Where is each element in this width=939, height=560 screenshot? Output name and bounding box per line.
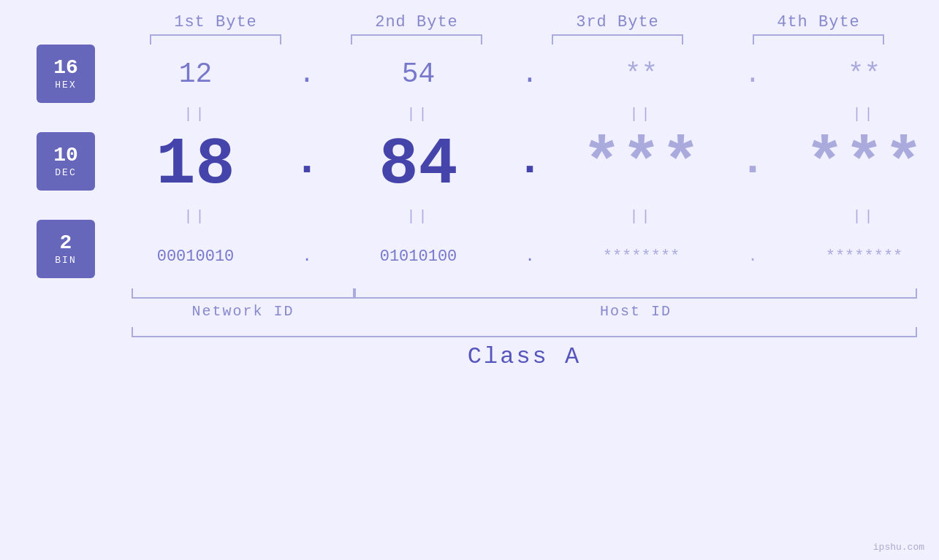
bracket-cell-3	[517, 34, 718, 45]
dec-b3-cell: ***	[541, 128, 742, 202]
bracket-2	[351, 34, 482, 45]
bin-row: 00010010 . 01010100 . ******** . *******…	[95, 227, 939, 285]
eq2-b3: ||	[541, 208, 742, 225]
bin-b4-value: ********	[826, 248, 903, 266]
bin-b3-cell: ********	[541, 248, 742, 266]
eq2-b2: ||	[318, 208, 519, 225]
hex-b3-cell: **	[541, 58, 742, 90]
bottom-brackets-row	[132, 288, 917, 299]
hex-row: 12 . 54 . ** . **	[95, 45, 939, 103]
bin-badge-label: BIN	[55, 255, 76, 266]
bracket-cell-4	[718, 34, 919, 45]
network-id-label: Network ID	[132, 303, 354, 320]
eq2-b1: ||	[95, 208, 296, 225]
bracket-cell-2	[316, 34, 517, 45]
eq2-b4: ||	[764, 208, 939, 225]
eq1-b3: ||	[541, 106, 742, 123]
id-labels-row: Network ID Host ID	[132, 303, 917, 320]
dec-dot-3: .	[742, 136, 764, 194]
full-content: 16 HEX 10 DEC 2 BIN	[0, 45, 939, 285]
dec-b2-cell: 84	[318, 128, 519, 202]
class-area: Class A	[0, 327, 939, 370]
equals-row-2: || || || ||	[95, 205, 939, 227]
hex-b4-value: **	[848, 58, 881, 90]
bin-dot-1: .	[296, 248, 318, 266]
host-bracket	[354, 288, 917, 299]
hex-b1-value: 12	[179, 58, 213, 90]
byte4-header: 4th Byte	[718, 13, 919, 31]
values-area: 12 . 54 . ** . ** || ||	[95, 45, 939, 285]
bracket-cell-1	[115, 34, 316, 45]
eq1-b4: ||	[764, 106, 939, 123]
network-bracket	[132, 288, 354, 299]
hex-b2-value: 54	[402, 58, 436, 90]
eq1-b2: ||	[318, 106, 519, 123]
bin-dot-2: .	[519, 248, 541, 266]
byte2-header: 2nd Byte	[316, 13, 517, 31]
hex-dot-2: .	[519, 58, 541, 90]
bin-dot-3: .	[742, 248, 764, 266]
main-container: 1st Byte 2nd Byte 3rd Byte 4th Byte 16 H…	[0, 0, 939, 560]
hex-badge: 16 HEX	[37, 45, 95, 103]
equals-row-1: || || || ||	[95, 103, 939, 125]
bin-badge-number: 2	[60, 233, 72, 253]
hex-dot-1: .	[296, 58, 318, 90]
hex-b1-cell: 12	[95, 58, 296, 90]
bin-b1-cell: 00010010	[95, 248, 296, 266]
dec-dot-2: .	[519, 136, 541, 194]
dec-b4-cell: ***	[764, 128, 939, 202]
dec-b2-value: 84	[379, 128, 457, 202]
badges-column: 16 HEX 10 DEC 2 BIN	[37, 45, 95, 285]
bracket-1	[150, 34, 281, 45]
eq1-b1: ||	[95, 106, 296, 123]
class-bracket	[132, 327, 917, 337]
watermark: ipshu.com	[873, 542, 924, 553]
bracket-3	[552, 34, 683, 45]
dec-dot-1: .	[296, 136, 318, 194]
bin-b3-value: ********	[603, 248, 680, 266]
host-id-label: Host ID	[354, 303, 917, 320]
bin-b4-cell: ********	[764, 248, 939, 266]
top-brackets	[0, 34, 939, 45]
dec-b3-value: ***	[582, 128, 700, 202]
hex-b3-value: **	[625, 58, 658, 90]
hex-badge-number: 16	[53, 58, 78, 78]
bin-b2-cell: 01010100	[318, 248, 519, 266]
dec-badge-number: 10	[53, 145, 78, 166]
byte3-header: 3rd Byte	[517, 13, 718, 31]
hex-b2-cell: 54	[318, 58, 519, 90]
bin-b2-value: 01010100	[380, 248, 457, 266]
dec-b1-value: 18	[156, 128, 235, 202]
dec-badge: 10 DEC	[37, 132, 95, 191]
byte1-header: 1st Byte	[115, 13, 316, 31]
dec-b1-cell: 18	[95, 128, 296, 202]
bin-b1-value: 00010010	[157, 248, 235, 266]
dec-row: 18 . 84 . *** . ***	[95, 125, 939, 205]
dec-badge-label: DEC	[55, 167, 76, 178]
hex-badge-label: HEX	[55, 80, 76, 91]
bottom-brackets-area: Network ID Host ID	[0, 288, 939, 320]
hex-dot-3: .	[742, 58, 764, 90]
bin-badge: 2 BIN	[37, 220, 95, 278]
byte-headers: 1st Byte 2nd Byte 3rd Byte 4th Byte	[0, 13, 939, 31]
hex-b4-cell: **	[764, 58, 939, 90]
bracket-4	[753, 34, 884, 45]
class-label: Class A	[132, 343, 917, 370]
dec-b4-value: ***	[805, 128, 923, 202]
